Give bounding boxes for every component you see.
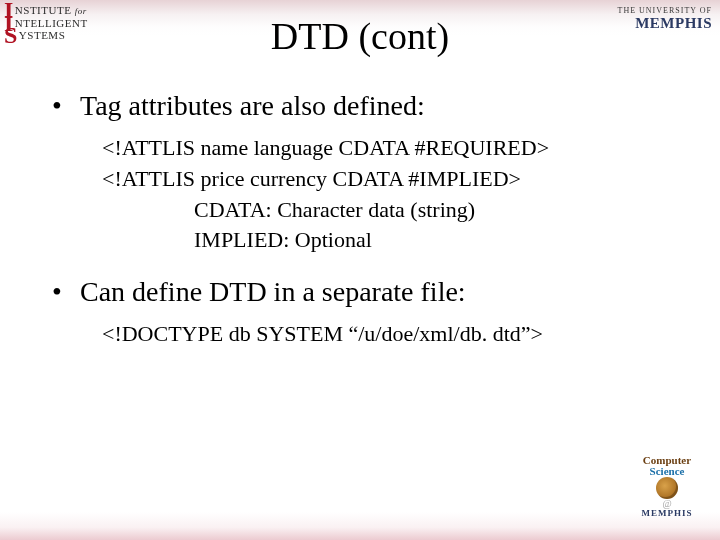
code-line: <!DOCTYPE db SYSTEM “/u/doe/xml/db. dtd”… xyxy=(102,319,680,350)
code-line: <!ATTLIS price currency CDATA #IMPLIED> xyxy=(102,164,680,195)
code-line: <!ATTLIS name language CDATA #REQUIRED> xyxy=(102,133,680,164)
bottom-gradient xyxy=(0,512,720,540)
content-list: Tag attributes are also defined: <!ATTLI… xyxy=(52,88,680,368)
slide-title: DTD (cont) xyxy=(0,14,720,58)
tiger-icon xyxy=(656,477,678,499)
code-line: IMPLIED: Optional xyxy=(102,225,680,256)
bullet-2: Can define DTD in a separate file: xyxy=(52,274,680,309)
footer-memphis-logo: ComputerScience @ MEMPHIS xyxy=(624,455,710,518)
code-block-1: <!ATTLIS name language CDATA #REQUIRED> … xyxy=(102,133,680,256)
bullet-1: Tag attributes are also defined: xyxy=(52,88,680,123)
code-block-2: <!DOCTYPE db SYSTEM “/u/doe/xml/db. dtd”… xyxy=(102,319,680,350)
code-line: CDATA: Character data (string) xyxy=(102,195,680,226)
